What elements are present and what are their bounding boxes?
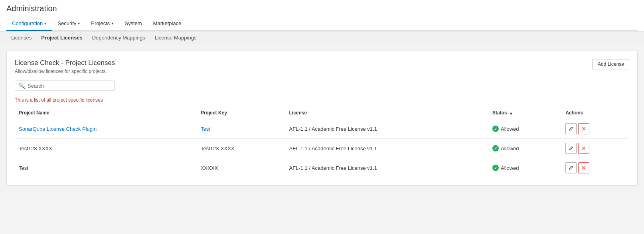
project-name-link[interactable]: SonarQube License Check Plugin xyxy=(19,126,97,132)
caret-icon: ▾ xyxy=(78,21,80,26)
status-cell: ✓Allowed xyxy=(488,119,561,139)
project-key-cell: Test xyxy=(197,119,285,139)
search-icon: 🔍 xyxy=(18,83,25,89)
main-nav: Configuration ▾ Security ▾ Projects ▾ Sy… xyxy=(6,16,638,31)
edit-button[interactable] xyxy=(565,162,577,173)
nav-item-security[interactable]: Security ▾ xyxy=(52,16,85,31)
sort-asc-icon: ▲ xyxy=(509,111,513,115)
status-label: Allowed xyxy=(501,146,519,151)
status-dot-icon: ✓ xyxy=(492,126,499,132)
table-body: SonarQube License Check PluginTestAFL-1.… xyxy=(15,119,629,178)
license-cell: AFL-1.1 / Academic Free License v1.1 xyxy=(285,139,489,158)
nav-item-projects[interactable]: Projects ▾ xyxy=(85,16,119,31)
col-header-project-name: Project Name xyxy=(15,107,197,119)
status-cell: ✓Allowed xyxy=(488,158,561,178)
status-label: Allowed xyxy=(501,126,519,132)
search-input[interactable] xyxy=(28,83,111,89)
delete-button[interactable] xyxy=(578,123,589,134)
card-title: License Check - Project Licenses xyxy=(15,59,115,67)
table-header: Project Name Project Key License Status … xyxy=(15,107,629,119)
sub-nav: Licenses Project Licenses Dependency Map… xyxy=(0,31,644,44)
content-area: License Check - Project Licenses Allow/d… xyxy=(0,44,644,228)
card-subtitle: Allow/disallow licences for specific pro… xyxy=(15,69,115,74)
card-title-area: License Check - Project Licenses Allow/d… xyxy=(15,59,115,74)
sub-nav-item-license-mappings[interactable]: License Mappings xyxy=(150,31,201,44)
license-cell: AFL-1.1 / Academic Free License v1.1 xyxy=(285,119,489,139)
col-header-status[interactable]: Status ▲ xyxy=(488,107,561,119)
nav-item-configuration[interactable]: Configuration ▾ xyxy=(6,16,52,31)
license-cell: AFL-1.1 / Academic Free License v1.1 xyxy=(285,158,489,178)
delete-button[interactable] xyxy=(578,162,589,173)
sub-nav-item-dependency-mappings[interactable]: Dependency Mappings xyxy=(87,31,150,44)
actions-cell xyxy=(561,119,629,139)
project-key-cell: Test123-XXXX xyxy=(197,139,285,158)
edit-button[interactable] xyxy=(565,143,577,154)
list-description: This is a list of all project specific l… xyxy=(15,97,629,103)
sub-nav-item-project-licenses[interactable]: Project Licenses xyxy=(36,31,87,44)
page-header: Administration Configuration ▾ Security … xyxy=(0,0,644,31)
status-dot-icon: ✓ xyxy=(492,165,499,171)
project-key-link[interactable]: Test xyxy=(201,126,210,132)
edit-button[interactable] xyxy=(565,123,577,134)
card-header: License Check - Project Licenses Allow/d… xyxy=(15,59,629,74)
col-header-project-key: Project Key xyxy=(197,107,285,119)
col-header-actions: Actions xyxy=(561,107,629,119)
actions-cell xyxy=(561,139,629,158)
delete-button[interactable] xyxy=(578,143,589,154)
col-header-license: License xyxy=(285,107,489,119)
project-name-cell: Test xyxy=(15,158,197,178)
status-label: Allowed xyxy=(501,165,519,171)
status-cell: ✓Allowed xyxy=(488,139,561,158)
project-name-cell: SonarQube License Check Plugin xyxy=(15,119,197,139)
actions-cell xyxy=(561,158,629,178)
add-license-button[interactable]: Add License xyxy=(593,59,629,69)
nav-item-marketplace[interactable]: Marketplace xyxy=(148,16,187,31)
sub-nav-item-licenses[interactable]: Licenses xyxy=(6,31,36,44)
table-row: SonarQube License Check PluginTestAFL-1.… xyxy=(15,119,629,139)
project-name-cell: Test123 XXXX xyxy=(15,139,197,158)
caret-icon: ▾ xyxy=(111,21,113,26)
search-bar: 🔍 xyxy=(15,81,115,91)
caret-icon: ▾ xyxy=(44,21,46,26)
table-row: TestXXXXXAFL-1.1 / Academic Free License… xyxy=(15,158,629,178)
table-row: Test123 XXXXTest123-XXXXAFL-1.1 / Academ… xyxy=(15,139,629,158)
project-licenses-table: Project Name Project Key License Status … xyxy=(15,107,629,177)
project-key-cell: XXXXX xyxy=(197,158,285,178)
license-card: License Check - Project Licenses Allow/d… xyxy=(6,51,638,186)
page-title: Administration xyxy=(6,4,638,13)
nav-item-system[interactable]: System xyxy=(119,16,147,31)
status-dot-icon: ✓ xyxy=(492,145,499,151)
